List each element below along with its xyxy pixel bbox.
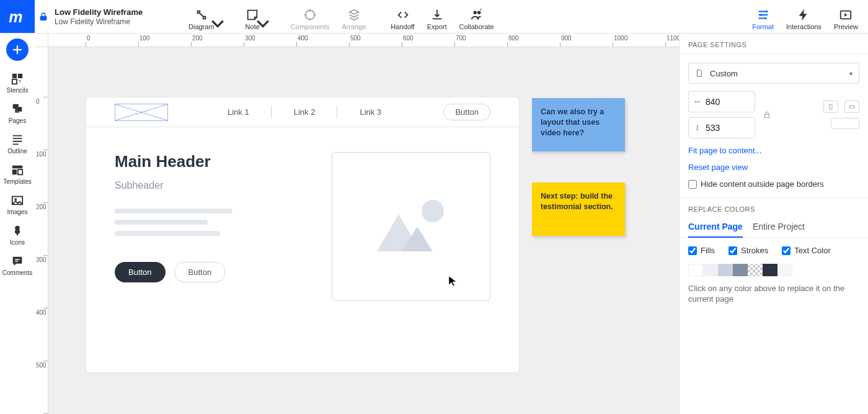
sticky-note-blue[interactable]: Can we also try a layout that uses video… xyxy=(532,98,625,151)
reset-view-link[interactable]: Reset page view xyxy=(688,163,859,172)
hide-content-checkbox[interactable]: Hide content outside page borders xyxy=(688,179,859,189)
svg-point-19 xyxy=(422,200,444,222)
page-icon xyxy=(695,69,704,78)
inspector-panel: PAGE SETTINGS Custom ▾ xyxy=(679,34,868,414)
project-title: Low Fidelity Wireframe xyxy=(55,7,151,17)
swatch-4[interactable] xyxy=(733,264,748,276)
svg-rect-9 xyxy=(18,74,22,78)
main-tools: Diagram Note Components Arrange Handoff … xyxy=(164,0,500,33)
height-input[interactable] xyxy=(688,117,755,138)
fit-page-link[interactable]: Fit page to content... xyxy=(688,146,859,155)
svg-point-4 xyxy=(765,11,768,13)
svg-rect-8 xyxy=(12,74,17,78)
cursor-icon xyxy=(448,276,457,289)
swatch-transparent[interactable] xyxy=(748,264,763,276)
sidebar-item-stencils[interactable]: T Stencils xyxy=(0,68,35,97)
swatch-hint: Click on any color above to replace it o… xyxy=(680,281,868,312)
width-field[interactable] xyxy=(706,97,750,107)
collaborate-tool[interactable]: + Collaborate xyxy=(453,7,500,33)
svg-point-5 xyxy=(760,14,762,16)
export-tool[interactable]: Export xyxy=(421,7,453,33)
width-icon xyxy=(694,97,701,106)
handoff-tool[interactable]: Handoff xyxy=(384,7,420,33)
app-logo[interactable]: m xyxy=(0,0,35,33)
caret-down-icon: ▾ xyxy=(849,70,852,77)
svg-text:+: + xyxy=(479,8,482,12)
svg-rect-21 xyxy=(849,106,854,108)
sidebar-item-pages[interactable]: Pages xyxy=(0,99,35,128)
svg-point-1 xyxy=(473,11,477,14)
caret-down-icon[interactable] xyxy=(256,17,270,32)
ruler-vertical[interactable]: 0 100 200 300 400 500 600 xyxy=(35,47,48,414)
arrange-tool: Arrange xyxy=(335,7,372,33)
sidebar-item-templates[interactable]: Templates xyxy=(0,160,35,189)
document-title-block[interactable]: Low Fidelity Wireframe Low Fidelity Wire… xyxy=(52,0,164,33)
sidebar-item-comments[interactable]: Comments xyxy=(0,251,35,280)
svg-point-18 xyxy=(14,198,17,200)
svg-rect-15 xyxy=(12,169,17,174)
wireframe-link-2[interactable]: Link 2 xyxy=(272,107,338,117)
replace-colors-title: REPLACE COLORS xyxy=(680,198,868,218)
page-size-select[interactable]: Custom ▾ xyxy=(688,63,859,84)
wireframe-text-placeholder[interactable] xyxy=(115,209,307,236)
tab-current-page[interactable]: Current Page xyxy=(688,218,743,238)
wireframe-subheader[interactable]: Subheader xyxy=(115,180,307,191)
swatch-6[interactable] xyxy=(777,264,792,276)
fills-checkbox[interactable]: Fills xyxy=(688,246,715,255)
left-sidebar: T Stencils Pages Outline Templates Image… xyxy=(0,34,35,414)
color-swatches xyxy=(680,261,868,281)
svg-rect-16 xyxy=(18,169,22,174)
preview-tool[interactable]: Preview xyxy=(828,7,864,33)
svg-text:T: T xyxy=(19,79,22,84)
height-icon xyxy=(694,124,701,132)
top-right-tools: Format Interactions Preview xyxy=(746,0,868,33)
tab-entire-project[interactable]: Entire Project xyxy=(753,218,805,238)
swatch-5[interactable] xyxy=(763,264,777,276)
ruler-corner xyxy=(35,34,48,47)
textcolor-checkbox[interactable]: Text Color xyxy=(782,246,831,255)
swatch-1[interactable] xyxy=(688,264,703,276)
sidebar-item-icons[interactable]: Icons xyxy=(0,220,35,250)
caret-down-icon[interactable] xyxy=(211,17,224,32)
wireframe-page[interactable]: Link 1 Link 2 Link 3 Button Main Header … xyxy=(86,97,520,373)
page-settings-title: PAGE SETTINGS xyxy=(680,34,868,54)
svg-text:m: m xyxy=(9,7,22,25)
svg-rect-13 xyxy=(16,107,22,111)
wireframe-link-1[interactable]: Link 1 xyxy=(205,107,272,117)
wireframe-main-header[interactable]: Main Header xyxy=(115,152,307,171)
wireframe-secondary-button[interactable]: Button xyxy=(174,262,226,282)
note-tool[interactable]: Note xyxy=(239,7,266,33)
background-color-swatch[interactable] xyxy=(831,118,859,129)
sidebar-item-outline[interactable]: Outline xyxy=(0,129,35,158)
swatch-3[interactable] xyxy=(718,264,733,276)
page-title: Low Fidelity Wireframe xyxy=(55,17,151,26)
wireframe-link-3[interactable]: Link 3 xyxy=(337,107,404,117)
diagram-tool[interactable]: Diagram xyxy=(182,7,221,33)
width-input[interactable] xyxy=(688,91,755,112)
svg-rect-20 xyxy=(830,104,832,109)
wireframe-nav-button[interactable]: Button xyxy=(443,104,490,120)
sidebar-item-images[interactable]: Images xyxy=(0,190,35,219)
add-button[interactable] xyxy=(6,38,29,61)
format-tool[interactable]: Format xyxy=(746,7,780,33)
ruler-horizontal[interactable]: 0 100 200 300 400 500 600 700 800 900 10… xyxy=(48,34,679,47)
orientation-landscape[interactable] xyxy=(844,101,859,113)
sticky-note-yellow[interactable]: Next step: build the testimonial section… xyxy=(532,182,625,236)
height-field[interactable] xyxy=(706,123,750,133)
orientation-portrait[interactable] xyxy=(823,101,838,113)
canvas-area[interactable]: 0 100 200 300 400 500 600 700 800 900 10… xyxy=(35,34,679,414)
replace-colors-tabs: Current Page Entire Project xyxy=(680,218,868,238)
svg-rect-14 xyxy=(12,166,23,169)
components-tool: Components xyxy=(285,7,335,33)
swatch-2[interactable] xyxy=(703,264,718,276)
lock-icon[interactable] xyxy=(35,0,52,33)
wireframe-primary-button[interactable]: Button xyxy=(115,262,166,282)
strokes-checkbox[interactable]: Strokes xyxy=(728,246,768,255)
svg-rect-10 xyxy=(12,79,17,84)
interactions-tool[interactable]: Interactions xyxy=(780,7,828,33)
wireframe-image-placeholder[interactable] xyxy=(332,152,490,301)
aspect-lock-icon[interactable] xyxy=(761,110,773,119)
wireframe-logo-placeholder[interactable] xyxy=(115,104,168,121)
wireframe-nav: Link 1 Link 2 Link 3 Button xyxy=(86,97,519,127)
top-toolbar: m Low Fidelity Wireframe Low Fidelity Wi… xyxy=(0,0,868,34)
